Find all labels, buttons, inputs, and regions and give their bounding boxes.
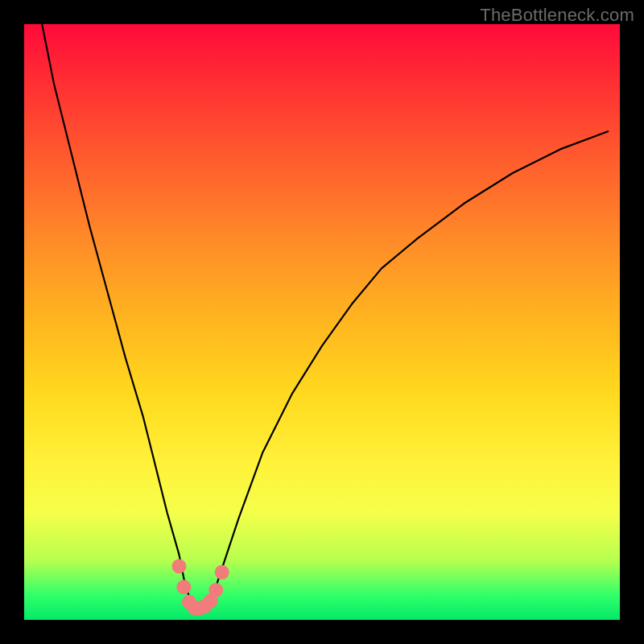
chart-frame: TheBottleneck.com xyxy=(0,0,644,644)
curve-svg xyxy=(24,24,620,620)
highlight-dot xyxy=(176,580,191,594)
watermark-text: TheBottleneck.com xyxy=(480,5,634,26)
plot-area xyxy=(24,24,620,620)
highlight-dots xyxy=(171,559,229,615)
highlight-dot xyxy=(171,559,186,573)
bottleneck-curve xyxy=(42,24,608,608)
highlight-dot xyxy=(215,565,229,580)
highlight-dot xyxy=(208,583,223,597)
